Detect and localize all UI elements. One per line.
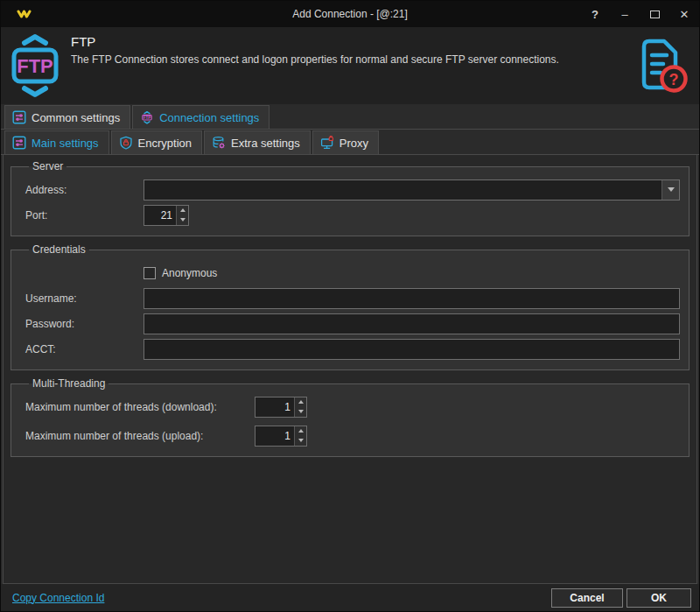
tab-label: Encryption xyxy=(138,137,192,150)
password-label: Password: xyxy=(18,318,144,330)
sliders-icon xyxy=(12,136,26,150)
port-spin-up-button[interactable] xyxy=(177,206,188,215)
main-settings-panel: Server Address: Port: xyxy=(3,155,697,584)
spin-down-icon xyxy=(180,218,186,222)
maximize-button[interactable] xyxy=(640,1,669,27)
sliders-icon xyxy=(12,110,26,124)
monitor-lock-icon xyxy=(320,136,334,150)
header-title: FTP xyxy=(71,34,631,49)
primary-tabstrip: Common settings FTP Connection settings xyxy=(1,104,699,130)
cancel-button[interactable]: Cancel xyxy=(551,588,623,608)
max-threads-upload-input[interactable] xyxy=(256,426,294,446)
svg-text:?: ? xyxy=(669,71,679,88)
server-group-legend: Server xyxy=(29,160,66,172)
upload-spin-down-button[interactable] xyxy=(295,436,306,446)
titlebar: Add Connection - [@:21] ? – ✕ xyxy=(1,1,699,27)
header: FTP FTP The FTP Connection stores connec… xyxy=(1,27,699,104)
tab-label: Connection settings xyxy=(159,111,259,124)
tab-label: Extra settings xyxy=(231,137,300,150)
max-threads-upload-label: Maximum number of threads (upload): xyxy=(18,430,255,442)
port-label: Port: xyxy=(18,209,144,222)
minimize-button[interactable]: – xyxy=(610,1,640,27)
spin-up-icon xyxy=(298,400,304,404)
credentials-group: Credentials Anonymous Username: Password… xyxy=(10,243,690,370)
spin-up-icon xyxy=(298,429,304,433)
secondary-tabstrip: Main settings Encryption xyxy=(1,130,699,155)
ftp-tab-icon: FTP xyxy=(140,110,154,124)
multithreading-group-legend: Multi-Threading xyxy=(29,377,108,390)
stack-gear-icon xyxy=(212,136,226,150)
tab-main-settings[interactable]: Main settings xyxy=(4,130,109,154)
maximize-icon xyxy=(650,11,660,18)
spin-up-icon xyxy=(180,208,186,212)
anonymous-checkbox[interactable] xyxy=(144,267,156,279)
ftp-connection-icon: FTP xyxy=(8,33,62,98)
multithreading-group: Multi-Threading Maximum number of thread… xyxy=(10,377,690,457)
svg-text:FTP: FTP xyxy=(17,55,53,77)
download-spin-down-button[interactable] xyxy=(295,407,306,417)
close-button[interactable]: ✕ xyxy=(669,1,699,27)
chevron-down-icon xyxy=(668,187,675,192)
acct-input[interactable] xyxy=(144,339,680,360)
address-input[interactable] xyxy=(144,180,662,200)
max-threads-upload-spinner xyxy=(255,426,307,447)
username-input[interactable] xyxy=(144,288,680,309)
credentials-group-legend: Credentials xyxy=(29,243,89,256)
shield-lock-icon xyxy=(119,136,133,150)
max-threads-download-spinner xyxy=(255,397,307,418)
spin-down-icon xyxy=(298,439,304,442)
max-threads-download-input[interactable] xyxy=(256,397,294,417)
help-button[interactable]: ? xyxy=(580,1,610,27)
ok-button[interactable]: OK xyxy=(626,588,691,608)
port-spinner xyxy=(144,205,189,226)
address-label: Address: xyxy=(18,184,144,196)
app-logo-icon xyxy=(17,9,32,19)
username-label: Username: xyxy=(18,292,144,305)
port-input[interactable] xyxy=(144,206,176,225)
upload-spin-up-button[interactable] xyxy=(295,426,306,436)
copy-connection-id-link[interactable]: Copy Connection Id xyxy=(12,592,104,604)
tab-common-settings[interactable]: Common settings xyxy=(4,105,130,129)
server-group: Server Address: Port: xyxy=(10,160,690,236)
tab-label: Proxy xyxy=(340,137,368,150)
tab-label: Common settings xyxy=(32,111,120,124)
tab-label: Main settings xyxy=(32,137,99,150)
spin-down-icon xyxy=(298,410,304,413)
password-input[interactable] xyxy=(144,313,680,334)
documentation-help-icon[interactable]: ? xyxy=(631,37,692,95)
footer: Copy Connection Id Cancel OK xyxy=(1,584,699,611)
address-combobox xyxy=(144,179,680,200)
tab-connection-settings[interactable]: FTP Connection settings xyxy=(132,105,270,129)
acct-label: ACCT: xyxy=(18,343,144,355)
svg-text:FTP: FTP xyxy=(144,116,151,120)
max-threads-download-label: Maximum number of threads (download): xyxy=(18,401,255,413)
address-dropdown-button[interactable] xyxy=(662,180,679,200)
anonymous-label: Anonymous xyxy=(162,267,217,279)
download-spin-up-button[interactable] xyxy=(295,397,306,407)
tab-extra-settings[interactable]: Extra settings xyxy=(204,130,311,154)
header-description: The FTP Connection stores connect and lo… xyxy=(71,53,631,66)
port-spin-down-button[interactable] xyxy=(177,215,188,225)
add-connection-dialog: Add Connection - [@:21] ? – ✕ FTP FTP Th… xyxy=(0,0,700,612)
tab-proxy[interactable]: Proxy xyxy=(312,130,379,154)
tab-encryption[interactable]: Encryption xyxy=(111,130,202,154)
